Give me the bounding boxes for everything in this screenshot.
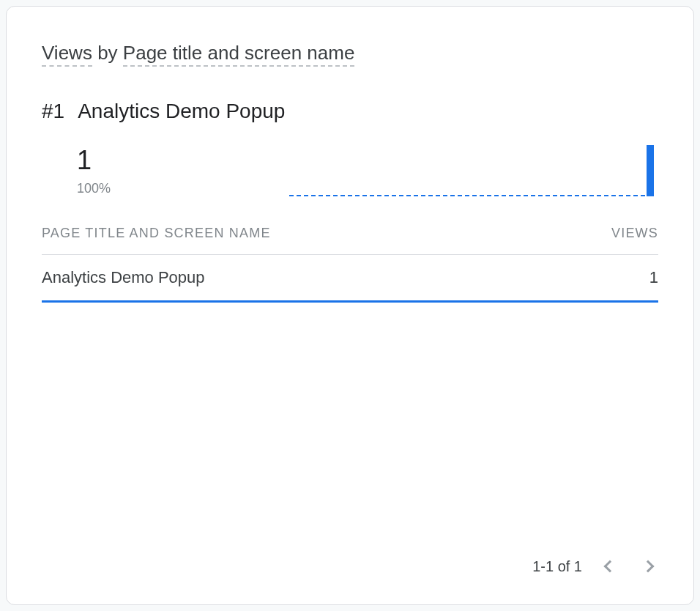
table-row[interactable]: Analytics Demo Popup 1 xyxy=(42,255,658,303)
next-page-button[interactable] xyxy=(638,556,658,577)
hero-rank: #1 xyxy=(42,100,64,123)
title-dimension[interactable]: Page title and screen name xyxy=(123,42,355,67)
sparkline-baseline xyxy=(289,195,645,196)
hero-title-row: #1 Analytics Demo Popup xyxy=(42,100,658,123)
pagination: 1-1 of 1 xyxy=(532,556,658,577)
row-metric-value: 1 xyxy=(649,268,658,287)
hero-value: 1 xyxy=(77,147,289,174)
sparkline-bar xyxy=(647,145,654,196)
hero-metrics: 1 100% xyxy=(42,138,658,196)
title-metric[interactable]: Views xyxy=(42,42,92,67)
data-table: PAGE TITLE AND SCREEN NAME VIEWS Analyti… xyxy=(42,226,658,303)
table-header: PAGE TITLE AND SCREEN NAME VIEWS xyxy=(42,226,658,255)
column-header-metric[interactable]: VIEWS xyxy=(611,226,658,241)
column-header-dimension[interactable]: PAGE TITLE AND SCREEN NAME xyxy=(42,226,271,241)
chevron-left-icon xyxy=(604,560,617,573)
row-dimension-value: Analytics Demo Popup xyxy=(42,268,205,287)
chevron-right-icon xyxy=(642,560,655,573)
hero-section: #1 Analytics Demo Popup 1 100% xyxy=(42,100,658,196)
hero-percent: 100% xyxy=(77,181,289,196)
pagination-range: 1-1 of 1 xyxy=(532,558,582,575)
hero-name: Analytics Demo Popup xyxy=(78,100,285,123)
previous-page-button[interactable] xyxy=(600,556,620,577)
sparkline-chart xyxy=(289,138,664,196)
analytics-card: Views by Page title and screen name #1 A… xyxy=(6,6,694,605)
title-by: by xyxy=(97,42,117,64)
hero-value-block: 1 100% xyxy=(77,147,289,196)
card-title: Views by Page title and screen name xyxy=(42,42,658,64)
